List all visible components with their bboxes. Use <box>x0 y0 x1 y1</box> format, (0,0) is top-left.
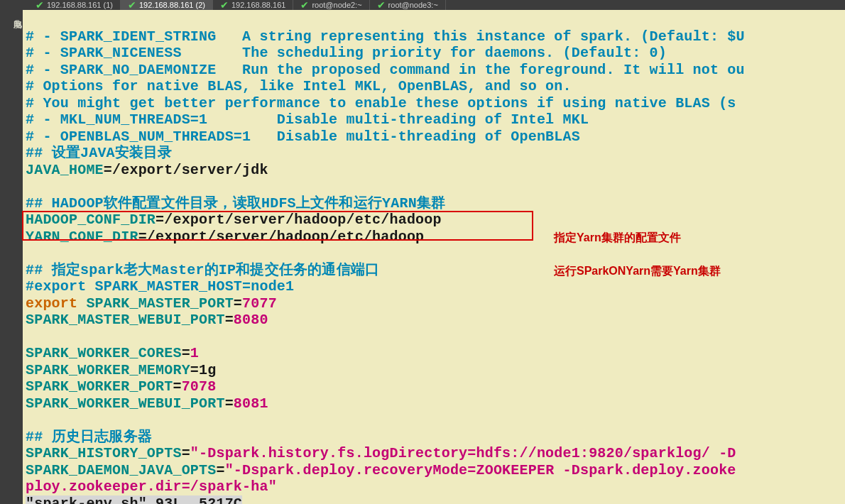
env-var-name: YARN_CONF_DIR <box>26 229 138 245</box>
env-var-name: SPARK_WORKER_CORES <box>26 345 182 361</box>
equals-sign: = <box>234 295 242 312</box>
equals-sign: = <box>104 162 112 178</box>
comment-heading: ## 历史日志服务器 <box>26 429 152 445</box>
env-var-value: 7078 <box>182 378 217 395</box>
equals-sign: = <box>225 312 234 328</box>
comment-heading: ## 指定spark老大Master的IP和提交任务的通信端口 <box>26 262 379 278</box>
env-var-value: /export/server/jdk <box>112 162 268 178</box>
annotation-2: 运行SParkONYarn需要Yarn集群 <box>554 264 721 279</box>
comment-line: # - SPARK_NICENESS The scheduling priori… <box>26 45 667 61</box>
env-var-value: /export/server/hadoop/etc/hadoop <box>147 229 424 245</box>
equals-sign: = <box>156 212 164 228</box>
comment-line: # - OPENBLAS_NUM_THREADS=1 Disable multi… <box>26 128 580 145</box>
status-dot-icon: ✔ <box>300 0 309 10</box>
tab-bar: ✔192.168.88.161 (1) ✔192.168.88.161 (2) … <box>0 0 845 10</box>
tab-4[interactable]: ✔root@node2:~ <box>293 0 369 10</box>
equals-sign: = <box>216 462 224 478</box>
tab-2[interactable]: ✔192.168.88.161 (2) <box>121 0 213 10</box>
env-var-value: 7077 <box>242 295 277 312</box>
env-var-value: 1 <box>190 345 199 361</box>
equals-sign: = <box>138 229 147 245</box>
equals-sign: = <box>225 395 234 412</box>
tab-3[interactable]: ✔192.168.88.161 <box>213 0 293 10</box>
env-var-name: SPARK_HISTORY_OPTS <box>26 445 182 461</box>
env-var-name: SPARK_MASTER_WEBUI_PORT <box>26 312 225 328</box>
comment-line: # You might get better performance to en… <box>26 95 736 111</box>
comment-line: # - SPARK_IDENT_STRING A string represen… <box>26 28 745 45</box>
comment-line: # Options for native BLAS, like Intel MK… <box>26 78 572 94</box>
comment-heading: ## HADOOP软件配置文件目录，读取HDFS上文件和运行YARN集群 <box>26 195 445 212</box>
status-dot-icon: ✔ <box>220 0 229 10</box>
equals-sign: = <box>190 362 199 378</box>
tab-1[interactable]: ✔192.168.88.161 (1) <box>28 0 121 10</box>
env-var-name: SPARK_DAEMON_JAVA_OPTS <box>26 462 216 478</box>
env-var-name: HADOOP_CONF_DIR <box>26 212 156 228</box>
env-var-value: "-Dspark.history.fs.logDirectory=hdfs://… <box>190 445 736 461</box>
env-var-name: SPARK_WORKER_WEBUI_PORT <box>26 395 225 412</box>
env-var-name: SPARK_WORKER_PORT <box>26 378 173 395</box>
comment-heading: ## 设置JAVA安装目录 <box>26 145 173 161</box>
status-dot-icon: ✔ <box>36 0 44 10</box>
sidebar[interactable]: 此电脑 <box>0 10 23 504</box>
env-var-value: "-Dspark.deploy.recoveryMode=ZOOKEEPER -… <box>225 462 736 478</box>
equals-sign: = <box>182 345 190 361</box>
tab-5[interactable]: ✔root@node3:~ <box>370 0 446 10</box>
env-var-name: SPARK_WORKER_MEMORY <box>26 362 190 378</box>
status-dot-icon: ✔ <box>128 0 136 10</box>
env-var-value: /export/server/hadoop/etc/hadoop <box>164 212 441 228</box>
env-var-value: 1g <box>199 362 216 378</box>
env-var-name: SPARK_MASTER_PORT <box>77 295 234 312</box>
env-var-value: 8080 <box>234 312 268 328</box>
env-var-name: JAVA_HOME <box>26 162 104 178</box>
export-keyword: export <box>26 295 77 312</box>
comment-line: #export SPARK_MASTER_HOST=node1 <box>26 278 294 295</box>
env-var-value-cont: ploy.zookeeper.dir=/spark-ha" <box>26 478 277 495</box>
annotation-1: 指定Yarn集群的配置文件 <box>554 231 681 246</box>
status-dot-icon: ✔ <box>377 0 386 10</box>
comment-line: # - SPARK_NO_DAEMONIZE Run the proposed … <box>26 62 745 78</box>
editor-viewport[interactable]: # - SPARK_IDENT_STRING A string represen… <box>23 10 845 504</box>
comment-line: # - MKL_NUM_THREADS=1 Disable multi-thre… <box>26 111 589 128</box>
env-var-value: 8081 <box>234 395 268 412</box>
equals-sign: = <box>182 445 190 461</box>
vim-status-line: "spark-env.sh" 93L, 5217C <box>26 495 242 505</box>
equals-sign: = <box>173 378 181 395</box>
